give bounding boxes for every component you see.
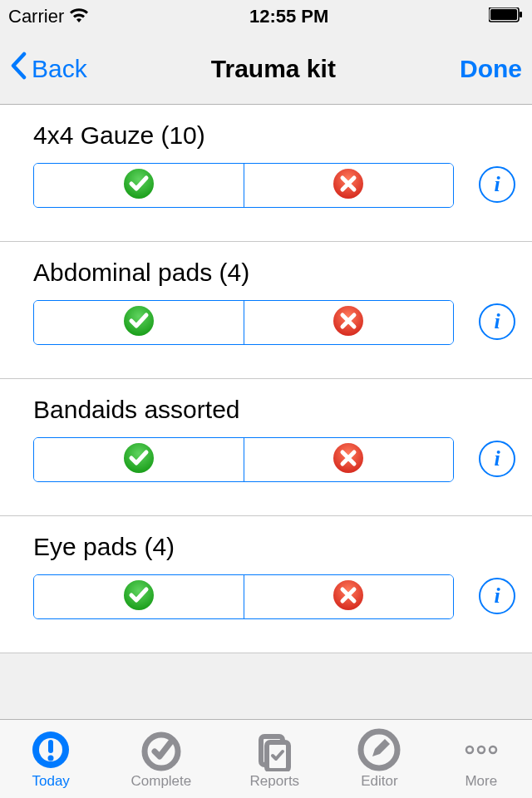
- cross-icon: [332, 579, 364, 614]
- info-button[interactable]: i: [479, 441, 515, 477]
- segmented-control[interactable]: [33, 300, 454, 345]
- list-item: 4x4 Gauze (10) i: [0, 105, 532, 242]
- reports-icon: [253, 728, 296, 771]
- item-main: Eye pads (4): [33, 533, 454, 619]
- nav-bar: Back Trauma kit Done: [0, 33, 532, 105]
- cross-icon: [332, 305, 364, 340]
- item-main: 4x4 Gauze (10): [33, 121, 454, 208]
- segmented-control[interactable]: [33, 437, 454, 482]
- svg-rect-2: [520, 12, 522, 17]
- tab-label: Complete: [131, 773, 191, 790]
- tab-today[interactable]: Today: [29, 728, 72, 790]
- chevron-left-icon: [10, 52, 27, 86]
- svg-rect-1: [490, 9, 517, 20]
- back-button[interactable]: Back: [10, 52, 87, 86]
- segment-no[interactable]: [244, 301, 454, 344]
- tab-label: Reports: [250, 773, 300, 790]
- info-button[interactable]: i: [479, 303, 515, 340]
- item-list: 4x4 Gauze (10) i Abdominal pads (4) i Ba…: [0, 105, 532, 653]
- check-icon: [123, 305, 155, 340]
- status-time: 12:55 PM: [249, 6, 328, 27]
- tab-editor[interactable]: Editor: [357, 728, 401, 790]
- segment-yes[interactable]: [34, 575, 244, 618]
- svg-point-19: [466, 746, 473, 753]
- check-icon: [123, 442, 155, 477]
- tab-complete[interactable]: Complete: [131, 728, 191, 790]
- status-bar: Carrier 12:55 PM: [0, 0, 532, 33]
- cross-icon: [332, 442, 364, 477]
- segmented-control[interactable]: [33, 574, 454, 619]
- segment-yes[interactable]: [34, 301, 244, 344]
- tab-label: Editor: [361, 773, 397, 790]
- check-icon: [123, 168, 155, 203]
- more-icon: [460, 728, 503, 771]
- back-label: Back: [32, 55, 87, 83]
- svg-point-21: [490, 746, 496, 753]
- item-title: 4x4 Gauze (10): [33, 121, 454, 150]
- wifi-icon: [69, 6, 89, 27]
- info-button[interactable]: i: [479, 166, 515, 203]
- segmented-control[interactable]: [33, 163, 454, 208]
- segment-yes[interactable]: [34, 438, 244, 481]
- list-item: Abdominal pads (4) i: [0, 242, 532, 379]
- segment-no[interactable]: [244, 575, 454, 618]
- done-button[interactable]: Done: [460, 55, 522, 83]
- tab-label: More: [465, 773, 497, 790]
- tab-bar: TodayCompleteReportsEditorMore: [0, 719, 532, 798]
- today-icon: [29, 728, 72, 771]
- segment-no[interactable]: [244, 438, 454, 481]
- svg-point-14: [48, 756, 54, 761]
- battery-icon: [489, 6, 524, 27]
- cross-icon: [332, 168, 364, 203]
- list-item: Eye pads (4) i: [0, 516, 532, 653]
- editor-icon: [357, 728, 401, 771]
- status-left: Carrier: [8, 6, 89, 27]
- item-title: Eye pads (4): [33, 533, 454, 561]
- list-item: Bandaids assorted i: [0, 379, 532, 516]
- tab-label: Today: [32, 773, 69, 790]
- info-button[interactable]: i: [479, 578, 515, 614]
- item-title: Bandaids assorted: [33, 396, 454, 424]
- item-main: Abdominal pads (4): [33, 259, 454, 345]
- svg-point-20: [478, 746, 485, 753]
- segment-no[interactable]: [244, 164, 454, 207]
- carrier-label: Carrier: [8, 6, 64, 27]
- item-main: Bandaids assorted: [33, 396, 454, 482]
- complete-icon: [140, 728, 183, 771]
- page-title: Trauma kit: [211, 55, 336, 83]
- tab-reports[interactable]: Reports: [250, 728, 300, 790]
- item-title: Abdominal pads (4): [33, 259, 454, 287]
- tab-more[interactable]: More: [460, 728, 503, 790]
- segment-yes[interactable]: [34, 164, 244, 207]
- svg-rect-13: [48, 740, 53, 753]
- check-icon: [123, 579, 155, 614]
